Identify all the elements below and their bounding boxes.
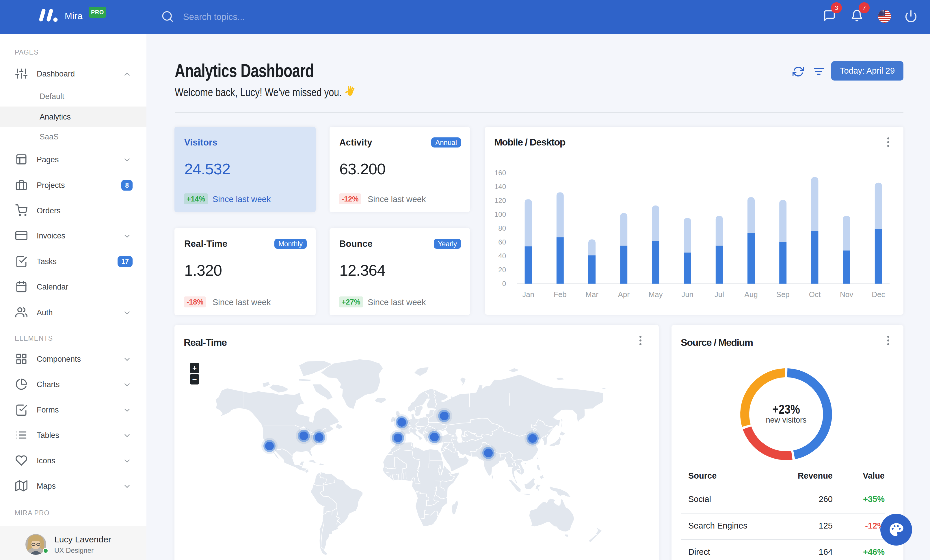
svg-text:Aug: Aug bbox=[744, 290, 758, 299]
svg-text:May: May bbox=[648, 290, 662, 299]
svg-text:Feb: Feb bbox=[554, 290, 567, 299]
svg-text:160: 160 bbox=[494, 169, 506, 176]
svg-text:40: 40 bbox=[498, 252, 506, 260]
svg-text:0: 0 bbox=[502, 280, 506, 287]
svg-text:Jan: Jan bbox=[522, 290, 534, 299]
svg-text:Apr: Apr bbox=[618, 290, 630, 299]
svg-text:Nov: Nov bbox=[840, 290, 853, 299]
svg-text:100: 100 bbox=[494, 210, 506, 218]
svg-text:80: 80 bbox=[498, 224, 506, 232]
svg-text:Sep: Sep bbox=[776, 290, 790, 299]
svg-text:120: 120 bbox=[494, 196, 506, 204]
svg-text:60: 60 bbox=[498, 238, 506, 246]
svg-text:Oct: Oct bbox=[809, 290, 821, 299]
svg-text:20: 20 bbox=[498, 266, 506, 274]
svg-text:140: 140 bbox=[494, 183, 506, 190]
svg-text:Jul: Jul bbox=[714, 290, 724, 299]
svg-text:Jun: Jun bbox=[681, 290, 693, 299]
svg-text:Mar: Mar bbox=[585, 290, 599, 299]
svg-text:Dec: Dec bbox=[871, 290, 885, 299]
